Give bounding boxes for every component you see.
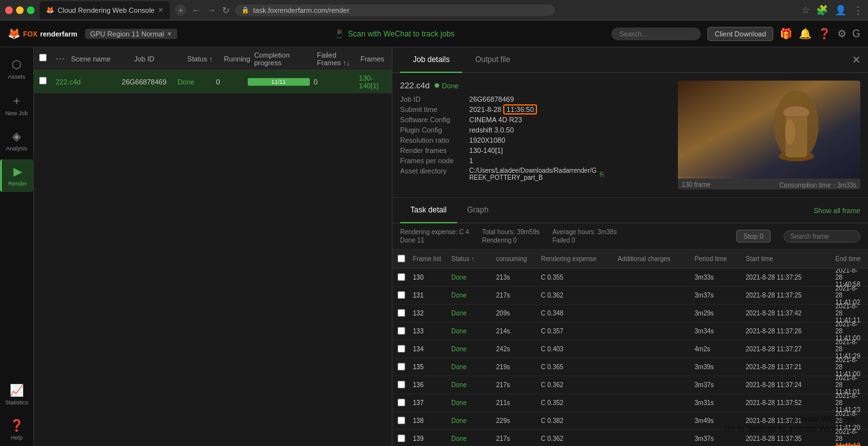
frame-row-checkbox[interactable] bbox=[398, 309, 405, 317]
meta-label-asset: Asset directory bbox=[400, 167, 464, 181]
more-icon[interactable]: ⋮ bbox=[853, 4, 863, 16]
table-row[interactable]: 139 Done 217s C 0.362 3m37s 2021-8-28 11… bbox=[392, 430, 868, 446]
table-row[interactable]: 132 Done 209s C 0.348 3m29s 2021-8-28 11… bbox=[392, 305, 868, 323]
frame-row-checkbox[interactable] bbox=[398, 363, 405, 370]
app-logo: 🦊 FOX renderfarm bbox=[8, 28, 77, 40]
frame-number: 133 bbox=[413, 328, 451, 335]
table-row[interactable]: 133 Done 214s C 0.357 3m34s 2021-8-28 11… bbox=[392, 323, 868, 340]
frame-search-input[interactable] bbox=[784, 230, 860, 243]
tab-favicon: 🦊 bbox=[46, 6, 54, 13]
meta-value-render-frames: 130-140[1] bbox=[469, 147, 503, 154]
extensions-icon[interactable]: 🧩 bbox=[816, 4, 828, 16]
select-all-checkbox[interactable] bbox=[39, 54, 47, 61]
frame-number: 132 bbox=[413, 310, 451, 317]
table-row[interactable]: 131 Done 217s C 0.362 3m37s 2021-8-28 11… bbox=[392, 287, 868, 305]
frame-period: 3m37s bbox=[695, 435, 746, 442]
meta-value-submit: 2021-8-28 11:36:50 bbox=[469, 106, 537, 113]
frame-status: Done bbox=[451, 292, 496, 299]
job-row[interactable]: 222.c4d 26G66878469 Done 0 11/11 0 130-1… bbox=[34, 70, 392, 93]
profile-icon[interactable]: 👤 bbox=[835, 4, 847, 16]
frame-period: 3m37s bbox=[695, 381, 746, 388]
window-close-btn[interactable] bbox=[5, 6, 13, 14]
sidebar: ⬡ Assets ＋ New Job ◈ Analysis ▶ Render 📈… bbox=[0, 47, 34, 446]
statistics-icon: 📈 bbox=[10, 383, 24, 397]
frame-number: 136 bbox=[413, 381, 451, 388]
frame-start: 2021-8-28 11:37:31 bbox=[746, 417, 835, 424]
frame-row-checkbox[interactable] bbox=[398, 399, 405, 406]
region-badge[interactable]: GPU Region 11 Normal ▼ bbox=[85, 29, 177, 39]
frame-row-checkbox[interactable] bbox=[398, 434, 405, 442]
copy-path-icon[interactable]: ⎘ bbox=[600, 170, 604, 178]
job-failed-value: 0 bbox=[314, 78, 355, 86]
window-min-btn[interactable] bbox=[16, 6, 24, 14]
frame-select-all-checkbox[interactable] bbox=[398, 255, 405, 262]
svg-point-5 bbox=[785, 119, 795, 145]
frame-rows-container: 130 Done 213s C 0.355 3m33s 2021-8-28 11… bbox=[392, 269, 868, 446]
back-btn[interactable]: ← bbox=[191, 5, 200, 15]
frame-status: Done bbox=[451, 417, 496, 424]
col-header-status[interactable]: Status ↑ bbox=[187, 55, 220, 63]
table-row[interactable]: 134 Done 242s C 0.403 4m2s 2021-8-28 11:… bbox=[392, 340, 868, 358]
frame-row-checkbox[interactable] bbox=[398, 327, 405, 335]
frame-number: 139 bbox=[413, 435, 451, 442]
new-job-icon: ＋ bbox=[11, 93, 22, 108]
show-all-frames-btn[interactable]: Show all frame bbox=[814, 207, 860, 214]
frame-row-checkbox[interactable] bbox=[398, 345, 405, 353]
client-download-button[interactable]: Client Download bbox=[707, 27, 773, 41]
frame-expense: C 0.362 bbox=[541, 292, 618, 299]
user-icon[interactable]: G bbox=[853, 28, 860, 40]
sidebar-item-statistics[interactable]: 📈 Statistics bbox=[0, 378, 33, 411]
frame-row-checkbox[interactable] bbox=[398, 291, 405, 299]
stop-button[interactable]: Stop 0 bbox=[736, 230, 771, 243]
details-close-btn[interactable]: ✕ bbox=[852, 54, 860, 66]
lock-icon: 🔒 bbox=[241, 6, 249, 13]
sidebar-item-new-job[interactable]: ＋ New Job bbox=[0, 88, 33, 122]
sidebar-item-help[interactable]: ❓ Help bbox=[0, 413, 33, 446]
bell-icon[interactable]: 🔔 bbox=[799, 28, 812, 40]
reload-btn[interactable]: ↻ bbox=[222, 5, 230, 15]
table-row[interactable]: 135 Done 219s C 0.365 3m39s 2021-8-28 11… bbox=[392, 358, 868, 376]
help-icon[interactable]: ❓ bbox=[818, 28, 831, 40]
tab-job-details[interactable]: Job details bbox=[400, 47, 462, 73]
fh-period-time: Period time bbox=[695, 255, 746, 262]
bookmark-icon[interactable]: ☆ bbox=[801, 4, 810, 16]
table-row[interactable]: 137 Done 211s C 0.352 3m31s 2021-8-28 11… bbox=[392, 394, 868, 412]
forward-btn[interactable]: → bbox=[207, 5, 216, 15]
frame-status: Done bbox=[451, 310, 496, 317]
table-row[interactable]: 130 Done 213s C 0.355 3m33s 2021-8-28 11… bbox=[392, 269, 868, 287]
tab-output-file[interactable]: Output file bbox=[462, 47, 523, 73]
job-details-tabs: Job details Output file ✕ bbox=[392, 47, 868, 73]
job-row-checkbox[interactable] bbox=[39, 77, 47, 84]
frame-row-checkbox[interactable] bbox=[398, 417, 405, 424]
meta-label-submit: Submit time bbox=[400, 106, 464, 113]
tab-task-detail[interactable]: Task detail bbox=[400, 198, 457, 223]
frame-period: 3m34s bbox=[695, 328, 746, 335]
sidebar-item-render[interactable]: ▶ Render bbox=[0, 159, 33, 192]
sidebar-label-render: Render bbox=[8, 180, 28, 187]
job-detail-title: 222.c4d bbox=[400, 81, 430, 90]
table-row[interactable]: 138 Done 229s C 0.382 3m49s 2021-8-28 11… bbox=[392, 412, 868, 430]
settings-icon[interactable]: ⚙ bbox=[837, 28, 846, 40]
window-max-btn[interactable] bbox=[27, 6, 35, 14]
meta-label-plugin: Plugin Config bbox=[400, 126, 464, 134]
frame-period: 3m31s bbox=[695, 399, 746, 406]
sidebar-item-analysis[interactable]: ◈ Analysis bbox=[0, 124, 33, 157]
more-options-btn[interactable]: ⋯ bbox=[56, 54, 65, 64]
tab-graph[interactable]: Graph bbox=[457, 198, 499, 223]
frame-row-checkbox[interactable] bbox=[398, 381, 405, 388]
progress-text: 11/11 bbox=[271, 79, 286, 85]
frame-expense: C 0.362 bbox=[541, 381, 618, 388]
url-bar[interactable]: task.foxrenderfarm.com/render bbox=[253, 6, 349, 14]
tab-close-icon[interactable]: ✕ bbox=[158, 6, 163, 13]
sidebar-item-assets[interactable]: ⬡ Assets bbox=[0, 52, 33, 85]
table-row[interactable]: 136 Done 217s C 0.362 3m37s 2021-8-28 11… bbox=[392, 376, 868, 394]
sidebar-label-new-job: New Job bbox=[5, 110, 28, 116]
gift-icon[interactable]: 🎁 bbox=[780, 28, 792, 40]
frame-row-checkbox[interactable] bbox=[398, 273, 405, 281]
new-tab-btn[interactable]: + bbox=[175, 4, 186, 16]
fh-frame-list[interactable]: Frame list bbox=[413, 255, 451, 262]
fh-status[interactable]: Status ↑ bbox=[451, 255, 496, 262]
search-input[interactable] bbox=[611, 28, 701, 40]
col-header-failed[interactable]: Failed Frames ↑↓ bbox=[317, 51, 357, 67]
stat-rendering-expense: Rendering expense: C 4 Done 11 bbox=[400, 228, 469, 244]
